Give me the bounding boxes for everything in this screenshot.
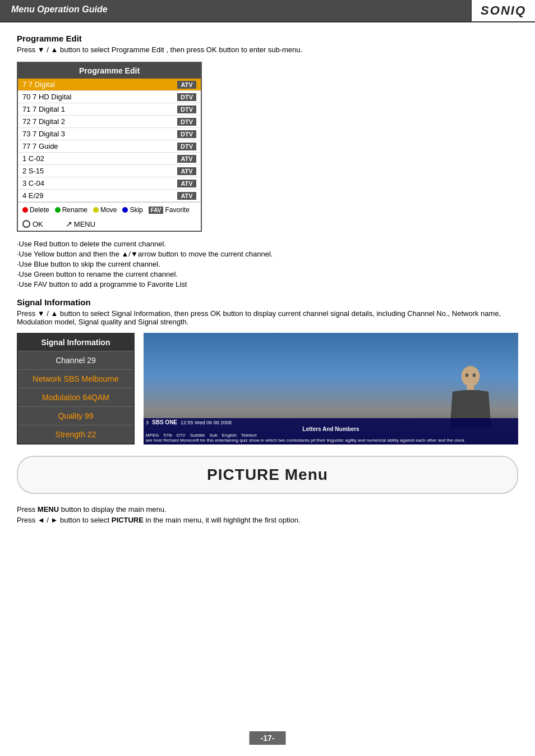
- channel-badge: ATV: [177, 155, 196, 163]
- move-label: Move: [100, 206, 117, 214]
- signal-info-row: Channel 29: [18, 351, 133, 369]
- programme-edit-section: Programme Edit Press ▼ / ▲ button to sel…: [17, 34, 518, 288]
- red-dot: [22, 207, 28, 213]
- svg-point-2: [465, 373, 469, 377]
- rename-label: Rename: [62, 206, 87, 214]
- tv-info-row: MPEG576iDTVSubtitleSubEnglishTeletext: [146, 433, 516, 438]
- tv-info-item: DTV: [177, 433, 186, 438]
- bullet-item: ·Use Red button to delete the current ch…: [17, 240, 518, 248]
- channel-badge: DTV: [177, 143, 196, 150]
- signal-info-row: Strength 22: [18, 425, 133, 443]
- channel-badge: ATV: [177, 192, 196, 200]
- blue-dot: [122, 207, 128, 213]
- yellow-dot: [93, 207, 99, 213]
- signal-info-desc: Press ▼ / ▲ button to select Signal Info…: [17, 309, 518, 326]
- move-btn[interactable]: Move: [93, 206, 117, 214]
- tv-channel-bar: 3 SBS ONE 12:55 Wed 06 08 2008: [146, 419, 516, 425]
- ok-menu-row: OK ↗ MENU: [18, 217, 201, 231]
- channel-list: 7 7 DigitalATV70 7 HD DigitalDTV71 7 Dig…: [18, 79, 201, 202]
- programme-edit-title: Programme Edit: [17, 34, 518, 43]
- channel-name: 71 7 Digital 1: [22, 105, 65, 113]
- tv-info-item: English: [222, 433, 237, 438]
- tv-overlay-bar: 3 SBS ONE 12:55 Wed 06 08 2008 Letters A…: [144, 418, 518, 445]
- signal-info-row: Modulation 64QAM: [18, 388, 133, 406]
- tv-preview-inner: 3 SBS ONE 12:55 Wed 06 08 2008 Letters A…: [144, 333, 518, 445]
- tv-channel-num: 3: [146, 420, 149, 425]
- controls-row: Delete Rename Move Skip FAV Favorite: [18, 202, 201, 217]
- channel-row[interactable]: 3 C-04ATV: [18, 177, 201, 190]
- menu-label: MENU: [74, 220, 95, 228]
- channel-row[interactable]: 77 7 GuideDTV: [18, 140, 201, 153]
- skip-btn[interactable]: Skip: [122, 206, 142, 214]
- channel-badge: DTV: [177, 93, 196, 101]
- signal-info-section: Signal Information Press ▼ / ▲ button to…: [17, 297, 518, 445]
- tv-info-item: Teletext: [241, 433, 257, 438]
- channel-badge: DTV: [177, 130, 196, 138]
- page-header: Menu Operation Guide SONIQ: [0, 0, 535, 22]
- channel-name: 7 7 Digital: [22, 80, 55, 89]
- picture-menu-section: PICTURE Menu: [17, 456, 518, 494]
- tv-info-item: 576i: [164, 433, 172, 438]
- channel-badge: DTV: [177, 118, 196, 126]
- green-dot: [55, 207, 61, 213]
- bullet-item: ·Use Green button to rename the current …: [17, 270, 518, 278]
- tv-channel-name: SBS ONE: [152, 419, 177, 425]
- svg-point-0: [462, 366, 480, 387]
- fav-label: Favorite: [165, 206, 189, 214]
- tv-time: 12:55 Wed 06 08 2008: [181, 420, 232, 425]
- signal-section: Signal Information Channel 29Network SBS…: [17, 333, 518, 445]
- signal-info-row: Network SBS Melbourne: [18, 369, 133, 388]
- channel-row[interactable]: 2 S-15ATV: [18, 165, 201, 177]
- signal-info-row: Quality 99: [18, 406, 133, 425]
- instruction-line: Press MENU button to display the main me…: [17, 505, 518, 514]
- tv-info-item: Subtitle: [190, 433, 205, 438]
- svg-point-3: [473, 373, 476, 377]
- channel-name: 1 C-02: [22, 154, 44, 163]
- channel-badge: ATV: [177, 167, 196, 175]
- delete-btn[interactable]: Delete: [22, 206, 49, 214]
- channel-badge: ATV: [177, 180, 196, 187]
- page-number: -17-: [250, 731, 286, 745]
- programme-edit-box: Programme Edit 7 7 DigitalATV70 7 HD Dig…: [17, 62, 202, 232]
- tv-show-title: Letters And Numbers: [146, 426, 516, 432]
- bullet-item: ·Use FAV button to add a programme to Fa…: [17, 280, 518, 288]
- signal-box-header: Signal Information: [18, 334, 133, 351]
- channel-name: 72 7 Digital 2: [22, 117, 65, 126]
- prog-edit-header: Programme Edit: [18, 63, 201, 79]
- main-content: Programme Edit Press ▼ / ▲ button to sel…: [0, 28, 535, 541]
- signal-info-title: Signal Information: [17, 297, 518, 307]
- fav-badge: FAV: [149, 207, 164, 214]
- bullet-list: ·Use Red button to delete the current ch…: [17, 240, 518, 288]
- header-logo: SONIQ: [471, 0, 535, 21]
- bullet-item: ·Use Blue button to skip the current cha…: [17, 260, 518, 268]
- channel-row[interactable]: 72 7 Digital 2DTV: [18, 116, 201, 128]
- fav-btn[interactable]: FAV Favorite: [149, 206, 190, 214]
- tv-preview: 3 SBS ONE 12:55 Wed 06 08 2008 Letters A…: [144, 333, 518, 445]
- ok-label: OK: [33, 220, 43, 228]
- channel-name: 3 C-04: [22, 179, 44, 187]
- channel-row[interactable]: 70 7 HD DigitalDTV: [18, 91, 201, 103]
- delete-label: Delete: [30, 206, 49, 214]
- bullet-item: ·Use Yellow button and then the ▲/▼arrow…: [17, 250, 518, 258]
- tv-desc: are host Richard Morecroft for this ente…: [146, 438, 516, 443]
- picture-menu-title: PICTURE Menu: [35, 466, 500, 484]
- channel-name: 2 S-15: [22, 167, 44, 175]
- menu-arrow-icon: ↗: [66, 219, 72, 228]
- channel-row[interactable]: 71 7 Digital 1DTV: [18, 103, 201, 116]
- channel-name: 73 7 Digital 3: [22, 130, 65, 138]
- channel-name: 77 7 Guide: [22, 142, 58, 150]
- channel-name: 70 7 HD Digital: [22, 93, 71, 101]
- channel-badge: DTV: [177, 106, 196, 113]
- svg-rect-1: [467, 385, 474, 390]
- channel-row[interactable]: 1 C-02ATV: [18, 153, 201, 165]
- channel-row[interactable]: 4 E/29ATV: [18, 190, 201, 202]
- tv-info-item: MPEG: [146, 433, 159, 438]
- channel-row[interactable]: 73 7 Digital 3DTV: [18, 128, 201, 140]
- channel-badge: ATV: [177, 81, 196, 89]
- rename-btn[interactable]: Rename: [55, 206, 87, 214]
- skip-label: Skip: [130, 206, 142, 214]
- channel-name: 4 E/29: [22, 191, 44, 200]
- menu-button[interactable]: ↗ MENU: [66, 219, 95, 228]
- ok-button[interactable]: OK: [22, 220, 43, 228]
- channel-row[interactable]: 7 7 DigitalATV: [18, 79, 201, 91]
